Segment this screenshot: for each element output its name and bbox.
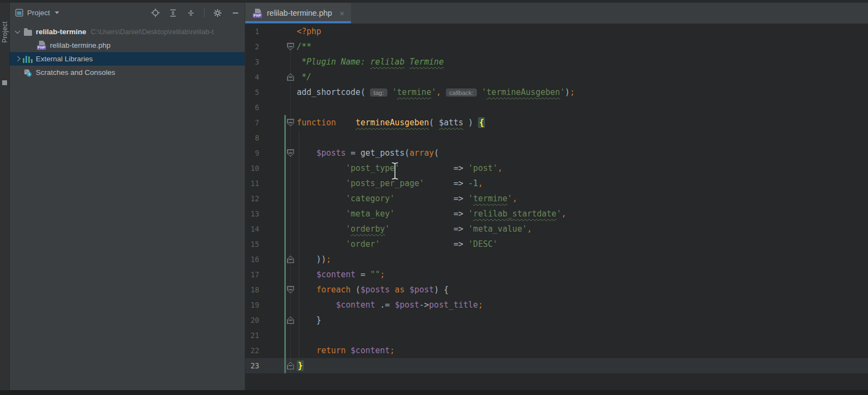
code-editor[interactable]: 1<?php2/**3 *Plugin Name: relilab Termin…: [245, 24, 868, 394]
code-token: ,: [561, 209, 566, 219]
code-token: */: [297, 72, 311, 82]
settings-button[interactable]: [213, 8, 222, 18]
library-icon: [23, 55, 32, 63]
code-token: termine: [397, 87, 431, 97]
php-file-icon: PHP: [37, 41, 47, 50]
code-text: function termineAusgeben( $atts ) {: [297, 115, 485, 130]
code-text: 'posts_per_page' => -1,: [297, 176, 483, 191]
code-line[interactable]: 4 */: [245, 69, 868, 85]
code-token: =>: [380, 239, 469, 249]
code-line[interactable]: 16 ));: [245, 252, 868, 267]
code-token: as: [390, 285, 410, 295]
tool-window-stripe-icon[interactable]: [2, 80, 7, 85]
code-token: $content: [350, 346, 390, 355]
code-token: ) {: [434, 285, 449, 295]
code-line[interactable]: 3 *Plugin Name: relilab Termine: [245, 54, 868, 69]
chevron-right-icon[interactable]: [12, 57, 23, 61]
editor-tab-bar: PHPrelilab-termine.php×: [245, 3, 868, 24]
gutter: 5: [245, 85, 297, 100]
code-token: function: [297, 118, 336, 128]
gutter: 12: [245, 191, 297, 206]
code-line[interactable]: 11 'posts_per_page' => -1,: [245, 176, 868, 191]
line-number: 7: [245, 115, 259, 130]
code-token: 'post': [468, 163, 497, 173]
code-token: )): [297, 254, 326, 264]
code-token: ,: [512, 194, 517, 203]
code-line[interactable]: 15 'order' => 'DESC': [245, 237, 868, 252]
code-line[interactable]: 19 $content .= $post->post_title;: [245, 297, 868, 313]
gutter: 20: [245, 313, 297, 328]
line-number: 14: [245, 221, 259, 237]
code-token: 'category': [346, 194, 394, 203]
code-line[interactable]: 17 $content = "";: [245, 267, 868, 282]
code-text: $content .= $post->post_title;: [297, 297, 483, 313]
tree-row-external-libraries[interactable]: External Libraries: [10, 52, 245, 66]
expand-all-button[interactable]: [168, 8, 178, 18]
code-token: =>: [424, 179, 468, 188]
code-line[interactable]: 7function termineAusgeben( $atts ) {: [245, 115, 868, 130]
code-line[interactable]: 20 }: [245, 313, 868, 328]
code-line[interactable]: 2/**: [245, 39, 868, 54]
line-number: 18: [245, 282, 259, 297]
tab-close-icon[interactable]: ×: [340, 9, 344, 18]
panel-title[interactable]: Project: [27, 9, 50, 17]
code-token: ;: [326, 254, 331, 264]
code-token: }: [297, 360, 304, 371]
library-icon: [23, 55, 33, 63]
tree-item-path: C:\Users\Daniel\Desktop\relilab\relilab-…: [91, 28, 214, 36]
code-line[interactable]: 12 'category' => 'termine',: [245, 191, 868, 206]
code-line[interactable]: 18 foreach ($posts as $post) {: [245, 282, 868, 297]
code-token: [405, 57, 410, 67]
tool-window-stripe: Project: [0, 0, 10, 395]
code-token: [297, 209, 346, 219]
code-line[interactable]: 22 return $content;: [245, 343, 868, 358]
code-token: *Plugin Name:: [297, 57, 370, 67]
code-token: ': [482, 87, 487, 97]
expand-all-icon: [169, 9, 177, 17]
code-line[interactable]: 5add_shortcode( tag: 'termine', callback…: [245, 85, 868, 100]
locate-file-button[interactable]: [150, 8, 160, 18]
gutter: 17: [245, 267, 297, 282]
code-token: 'meta_value': [468, 224, 527, 234]
code-line[interactable]: 13 'meta_key' => 'relilab_startdate',: [245, 206, 868, 221]
collapse-all-button[interactable]: [186, 8, 196, 18]
code-line[interactable]: 21: [245, 328, 868, 343]
code-line[interactable]: 8: [245, 130, 868, 145]
code-line[interactable]: 1<?php: [245, 24, 868, 39]
code-token: $posts: [316, 148, 346, 158]
line-number: 20: [245, 313, 259, 328]
tree-row-relilab-termine-folder[interactable]: relilab-termineC:\Users\Daniel\Desktop\r…: [10, 25, 245, 39]
code-token: [297, 224, 346, 234]
code-token: ->: [419, 300, 429, 310]
gutter: 10: [245, 161, 297, 176]
editor-tab[interactable]: PHPrelilab-termine.php×: [245, 3, 351, 23]
code-line[interactable]: 10 'post_type' => 'post',: [245, 161, 868, 176]
code-token: ;: [570, 87, 575, 97]
gear-icon: [213, 9, 222, 17]
tree-row-relilab-termine-php[interactable]: PHPrelilab-termine.php: [10, 39, 245, 52]
gutter: 7: [245, 115, 297, 130]
code-token: add_shortcode(: [297, 87, 370, 97]
code-line[interactable]: 9 $posts = get_posts(array(: [245, 145, 868, 161]
code-token: ': [557, 209, 561, 219]
code-line[interactable]: 6: [245, 100, 868, 115]
project-stripe-label[interactable]: Project: [1, 13, 9, 51]
code-token: (: [429, 118, 439, 128]
chevron-down-icon[interactable]: [12, 30, 23, 34]
panel-toolbar: [150, 8, 240, 18]
code-line[interactable]: 14 'orderby' => 'meta_value',: [245, 221, 868, 237]
line-number: 4: [245, 69, 259, 85]
gutter: 18: [245, 282, 297, 297]
code-text: /**: [297, 39, 311, 54]
code-text: }: [297, 313, 321, 328]
code-line[interactable]: 23}: [245, 358, 868, 373]
code-token: 'meta_key': [346, 209, 394, 219]
code-token: =>: [400, 163, 468, 173]
code-token: [297, 148, 316, 158]
panel-dropdown-icon[interactable]: [55, 11, 59, 14]
tree-row-scratches-and-consoles[interactable]: Scratches and Consoles: [10, 66, 245, 79]
hide-panel-button[interactable]: [231, 8, 240, 18]
code-text: ));: [297, 252, 331, 267]
code-token: tag:: [370, 88, 387, 97]
line-number: 23: [245, 358, 259, 373]
